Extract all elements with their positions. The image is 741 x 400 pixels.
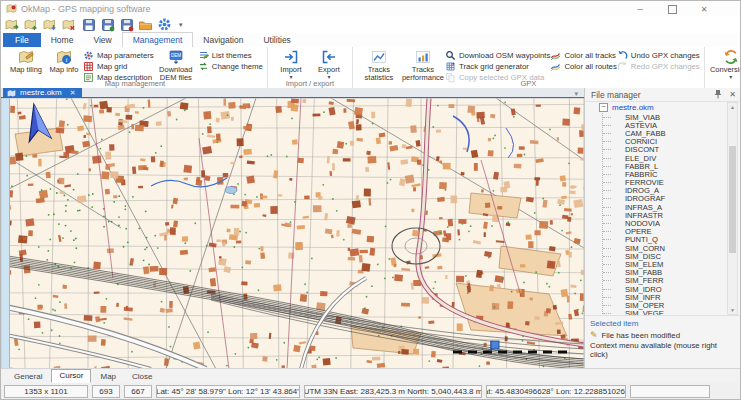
close-map-icon[interactable] [61,17,78,33]
tree-layer-item[interactable]: CAM_FABB [603,129,740,137]
tab-cursor[interactable]: Cursor [51,369,91,383]
tree-layer-item[interactable]: FERROVIE [603,179,740,187]
tab-view[interactable]: View [83,33,121,47]
tree-layer-item[interactable]: CORNICI [603,138,740,146]
collapse-icon[interactable]: − [599,103,608,112]
tree-layer-item[interactable]: SIM_VIAB [603,113,740,121]
scroll-thumb[interactable] [729,146,736,253]
quick-access-toolbar: ▾ [4,16,183,33]
download-dem-button[interactable]: DEM Download DEM files [154,48,198,83]
tab-close[interactable]: Close [125,371,159,383]
tree-layer-item[interactable]: NODOVIA [603,219,740,227]
tree-layer-item[interactable]: OPERE [603,228,740,236]
group-label: Import / export [268,79,352,88]
qat-overflow-caret[interactable]: ▾ [179,21,183,29]
change-theme-button[interactable]: Change theme [198,61,263,71]
import-button[interactable]: Import ▾ [272,48,310,81]
tracks-statistics-button[interactable]: Tracks statistics [357,48,401,83]
save-as-map-icon[interactable] [99,17,116,33]
ribbon: Map tiling i Map info Map parameters Map… [1,47,740,89]
document-tab-mestre[interactable]: mestre.okm ✕ [3,88,82,97]
list-themes-button[interactable]: List themes [198,50,263,60]
settings-gear-icon[interactable] [156,17,173,33]
download-osm-waypoints-button[interactable]: Download OSM waypoints [445,50,550,60]
tree-layer-item[interactable]: INFRASTR [603,211,740,219]
group-gpx: Tracks statistics Tracks performance Dow… [352,47,704,88]
tree-layer-item[interactable]: SIM_CORN [603,244,740,252]
list-themes-icon [198,50,209,61]
tree-guide [603,125,611,126]
tab-management[interactable]: Management [122,32,194,47]
tree-guide [603,133,611,134]
tree-layer-item[interactable]: SIM_FERR [603,277,740,285]
tab-utilities[interactable]: Utilities [253,33,300,47]
tree-layer-item[interactable]: SIM_FABB [603,269,740,277]
map-grid-button[interactable]: Map grid [83,61,154,71]
tracks-performance-icon [415,49,431,65]
tree-layer-item[interactable]: SIM_INFR [603,293,740,301]
tree-layer-item[interactable]: DISCONT [603,146,740,154]
tree-layer-item[interactable]: SIM_DISC [603,252,740,260]
map-parameters-icon [83,50,94,61]
tree-guide [603,305,611,306]
tab-file[interactable]: File [3,33,41,47]
scroll-up-icon[interactable]: ▲ [730,103,735,111]
add-map-icon[interactable] [23,17,40,33]
tree-layer-item[interactable]: PUNTI_Q [603,236,740,244]
panel-title: File manager [591,90,641,100]
tree-scrollbar[interactable]: ▲ ▼ [727,102,738,315]
tab-map[interactable]: Map [93,371,123,383]
tab-general[interactable]: General [7,371,49,383]
tree-layer-item[interactable]: IDROG_A [603,187,740,195]
tree-guide [603,190,611,191]
map-parameters-button[interactable]: Map parameters [83,50,154,60]
tree-layer-item[interactable]: FABBR_L [603,162,740,170]
minimize-button[interactable]: ─ [632,3,648,15]
export-button[interactable]: Export ▾ [310,48,348,81]
map-tiling-button[interactable]: Map tiling [7,48,45,75]
tree-layer-item[interactable]: ASTEVIA [603,121,740,129]
document-close-icon[interactable]: ✕ [70,89,76,97]
tree-layer-item[interactable]: IDROGRAF [603,195,740,203]
status-tab-bar: General Cursor Map Close [1,368,740,383]
track-grid-generator-button[interactable]: Track grid generator [445,61,550,71]
status-cursor-y: 667 [124,385,152,398]
color-all-routes-button[interactable]: Color all routes [550,61,616,71]
map-canvas[interactable] [1,98,584,369]
svg-text:DEM: DEM [171,53,181,58]
restore-button[interactable] [664,3,680,15]
conversions-button[interactable]: Conversions ▾ [709,48,741,81]
tracks-performance-button[interactable]: Tracks performance [401,48,445,83]
tree-layer-item[interactable]: SIM_IDRO [603,285,740,293]
tree-layer-item[interactable]: SIM_ELEM [603,260,740,268]
save-map-icon[interactable] [80,17,97,33]
tree-root-item[interactable]: − mestre.okm [599,102,740,113]
map-document-icon [7,89,16,97]
app-icon [6,3,17,14]
open-map-icon[interactable] [4,17,21,33]
folder-icon[interactable] [137,17,154,33]
tree-layer-item[interactable]: ELE_DIV [603,154,740,162]
undo-gpx-button[interactable]: Undo GPX changes [617,50,700,60]
scroll-track[interactable] [728,111,737,306]
tree-layer-item[interactable]: SIM_VEGE [603,310,740,316]
tab-navigation[interactable]: Navigation [193,33,253,47]
pin-icon[interactable] [713,89,723,100]
map-info-button[interactable]: i Map info [45,48,83,75]
tree-items: SIM_VIAB ASTEVIA CAM_FABB CORNICI [602,113,740,315]
ribbon-tab-bar: File Home View Management Navigation Uti… [1,33,740,47]
tab-home[interactable]: Home [41,33,84,47]
group-label: Map management [3,79,267,88]
tree-layer-item[interactable]: SIM_OPER [603,301,740,309]
tree-layer-item[interactable]: FABBRIC [603,170,740,178]
import-map-icon[interactable] [42,17,59,33]
tab-strip-caret[interactable]: ▾ [574,90,578,98]
panel-close-icon[interactable]: ✕ [729,90,736,99]
save-special-icon[interactable] [118,17,135,33]
status-map-size: 1353 x 1101 [4,385,88,398]
color-all-tracks-button[interactable]: Color all tracks [550,50,616,60]
scroll-down-icon[interactable]: ▼ [730,306,735,314]
tree-layer-item[interactable]: INFRAS_A [603,203,740,211]
close-button[interactable]: ✕ [696,3,712,15]
download-dem-icon: DEM [168,49,184,65]
